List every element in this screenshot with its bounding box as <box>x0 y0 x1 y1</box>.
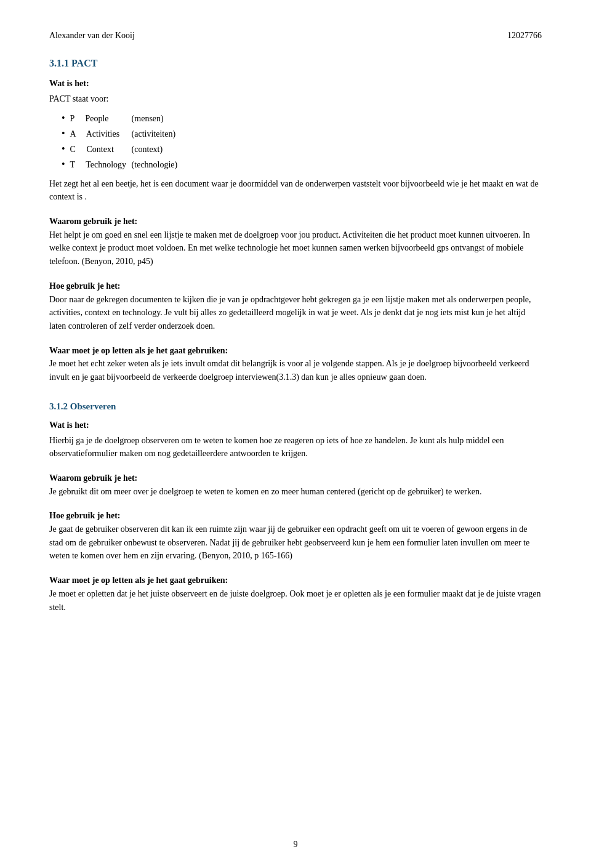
document-page: Alexander van der Kooij 12027766 3.1.1 P… <box>0 0 591 868</box>
waar-block-311: Waar moet je op letten als je het gaat g… <box>49 344 542 384</box>
hoe-label-311: Hoe gebruik je het: <box>49 281 120 291</box>
hoe-312: Hoe gebruik je het: Je gaat de gebruiker… <box>49 509 542 563</box>
waar-text-311: Je moet het echt zeker weten als je iets… <box>49 359 529 382</box>
waar-311: Waar moet je op letten als je het gaat g… <box>49 344 542 384</box>
section-311-title: 3.1.1 PACT <box>49 58 542 69</box>
bullet-translation-a: (activiteiten) <box>132 127 176 140</box>
wat-is-het-text-311: Het zegt het al een beetje, het is een d… <box>49 177 542 204</box>
bullet-translation-t: (technologie) <box>132 158 178 171</box>
page-header: Alexander van der Kooij 12027766 <box>49 31 542 41</box>
waarom-label-311: Waarom gebruik je het: <box>49 217 137 226</box>
waar-block-312: Waar moet je op letten als je het gaat g… <box>49 574 542 614</box>
waarom-block-311: Waarom gebruik je het: Het helpt je om g… <box>49 215 542 268</box>
wat-is-het-text-312: Hierbij ga je de doelgroep observeren om… <box>49 434 542 460</box>
wat-is-het-block-311: Wat is het: PACT staat voor: • P People … <box>49 79 542 204</box>
list-item: • P People (mensen) <box>62 112 542 125</box>
author-name: Alexander van der Kooij <box>49 31 135 41</box>
wat-is-het-label-312: Wat is het: <box>49 420 542 430</box>
bullet-dot: • <box>62 112 65 125</box>
waarom-311: Waarom gebruik je het: Het helpt je om g… <box>49 215 542 268</box>
waar-label-312: Waar moet je op letten als je het gaat g… <box>49 576 228 585</box>
bullet-translation-c: (context) <box>132 143 163 156</box>
hoe-label-312: Hoe gebruik je het: <box>49 511 120 520</box>
list-item: • C Context (context) <box>62 143 542 156</box>
bullet-translation-p: (mensen) <box>132 112 164 125</box>
waar-312: Waar moet je op letten als je het gaat g… <box>49 574 542 614</box>
bullet-dot: • <box>62 158 65 171</box>
hoe-text-311: Door naar de gekregen documenten te kijk… <box>49 295 531 331</box>
waar-label-311: Waar moet je op letten als je het gaat g… <box>49 346 228 355</box>
bullet-letter-c: C Context <box>70 143 132 156</box>
hoe-block-312: Hoe gebruik je het: Je gaat de gebruiker… <box>49 509 542 563</box>
hoe-block-311: Hoe gebruik je het: Door naar de gekrege… <box>49 279 542 333</box>
page-number: 9 <box>294 840 298 849</box>
section-311: 3.1.1 PACT Wat is het: PACT staat voor: … <box>49 58 542 384</box>
waarom-text-312: Je gebruikt dit om meer over je doelgroe… <box>49 487 481 496</box>
page-footer: 9 <box>0 840 591 850</box>
section-312: 3.1.2 Observeren Wat is het: Hierbij ga … <box>49 401 542 614</box>
bullet-letter-p: P People <box>70 112 132 125</box>
bullet-letter-t: T Technology <box>70 158 132 171</box>
hoe-311: Hoe gebruik je het: Door naar de gekrege… <box>49 279 542 333</box>
pact-bullet-list: • P People (mensen) • A Activities (acti… <box>49 112 542 171</box>
wat-is-het-block-312: Wat is het: Hierbij ga je de doelgroep o… <box>49 420 542 460</box>
waarom-block-312: Waarom gebruik je het: Je gebruikt dit o… <box>49 472 542 498</box>
waarom-312: Waarom gebruik je het: Je gebruikt dit o… <box>49 472 542 498</box>
bullet-dot: • <box>62 127 65 140</box>
waar-text-312: Je moet er opletten dat je het juiste ob… <box>49 589 541 612</box>
waarom-label-312: Waarom gebruik je het: <box>49 473 137 483</box>
hoe-text-312: Je gaat de gebruiker observeren dit kan … <box>49 524 529 560</box>
section-312-title: 3.1.2 Observeren <box>49 401 542 412</box>
pact-intro-text: PACT staat voor: <box>49 92 542 106</box>
list-item: • T Technology (technologie) <box>62 158 542 171</box>
waarom-text-311: Het helpt je om goed en snel een lijstje… <box>49 230 530 266</box>
student-number: 12027766 <box>507 31 542 41</box>
wat-is-het-label-311: Wat is het: <box>49 79 542 89</box>
bullet-letter-a: A Activities <box>70 127 132 140</box>
bullet-dot: • <box>62 143 65 156</box>
list-item: • A Activities (activiteiten) <box>62 127 542 140</box>
